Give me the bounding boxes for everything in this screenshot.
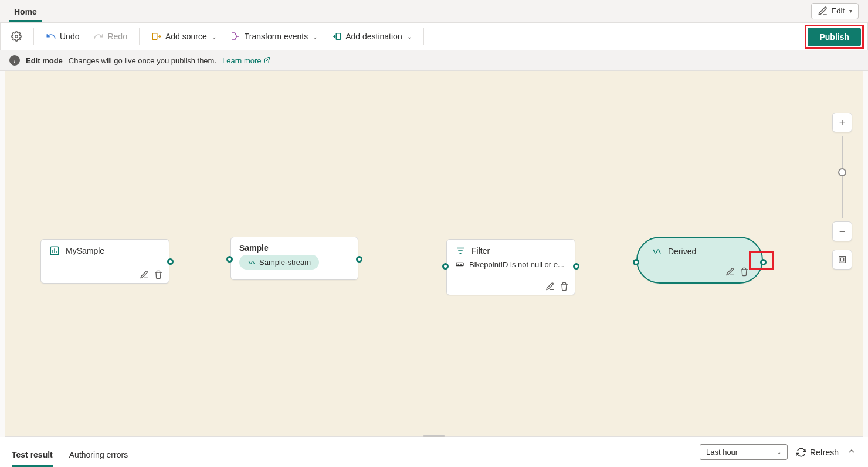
undo-label: Undo: [60, 32, 79, 41]
caret-down-icon: ▾: [849, 8, 852, 14]
add-source-icon: [151, 31, 162, 42]
chevron-down-icon: ⌄: [313, 33, 317, 40]
tab-authoring-errors[interactable]: Authoring errors: [69, 442, 128, 467]
zoom-slider[interactable]: [842, 136, 843, 218]
add-source-button[interactable]: Add source ⌄: [145, 28, 222, 45]
filter-detail: BikepointID is not null or e...: [469, 260, 564, 269]
refresh-label: Refresh: [810, 448, 839, 457]
svg-rect-6: [840, 258, 843, 261]
publish-highlight: Publish: [805, 25, 864, 49]
trash-icon[interactable]: [560, 282, 569, 291]
info-bar: i Edit mode Changes will go live once yo…: [0, 50, 868, 71]
undo-icon: [46, 31, 56, 42]
node-port-in[interactable]: [633, 259, 639, 265]
publish-button[interactable]: Publish: [808, 28, 861, 46]
zoom-handle[interactable]: [838, 168, 846, 176]
condition-icon: [455, 260, 464, 269]
time-range-value: Last hour: [706, 448, 738, 456]
add-destination-button[interactable]: Add destination ⌄: [326, 28, 418, 45]
learn-more-link[interactable]: Learn more: [222, 56, 270, 65]
redo-icon: [93, 31, 104, 42]
chart-icon: [49, 246, 60, 256]
undo-button[interactable]: Undo: [40, 28, 85, 45]
node-filter[interactable]: Filter BikepointID is not null or e...: [446, 239, 575, 295]
panel-resize-handle[interactable]: [423, 435, 445, 437]
redo-button[interactable]: Redo: [87, 28, 133, 45]
node-port-out[interactable]: [167, 258, 174, 265]
node-derived[interactable]: Derived: [636, 237, 763, 284]
node-filter-title: Filter: [472, 246, 490, 255]
node-sample[interactable]: Sample Sample-stream: [230, 237, 358, 280]
node-port-out[interactable]: [573, 263, 579, 270]
chevron-down-icon: ⌄: [212, 33, 216, 40]
add-source-label: Add source: [165, 32, 207, 41]
add-destination-icon: [331, 31, 342, 42]
zoom-controls: + −: [832, 113, 852, 270]
canvas[interactable]: MySample Sample Sample-stream: [5, 71, 863, 437]
node-derived-title: Derived: [668, 247, 696, 256]
pencil-icon: [818, 6, 828, 16]
edit-mode-label: Edit mode: [26, 56, 63, 65]
pencil-icon[interactable]: [545, 282, 555, 291]
chevron-up-icon: [847, 446, 856, 456]
edit-dropdown[interactable]: Edit ▾: [811, 3, 859, 19]
edit-label: Edit: [832, 6, 845, 15]
external-link-icon: [263, 57, 270, 64]
settings-button[interactable]: [5, 28, 28, 45]
refresh-icon: [796, 447, 806, 458]
top-tabs-row: Home Edit ▾: [0, 0, 868, 22]
fit-to-screen-button[interactable]: [832, 250, 852, 270]
transform-label: Transform events: [245, 32, 308, 41]
toolbar: Undo Redo Add source ⌄ Transform events …: [0, 22, 868, 50]
stream-pill: Sample-stream: [239, 255, 319, 270]
tab-test-result[interactable]: Test result: [12, 442, 53, 467]
svg-rect-2: [336, 33, 341, 40]
edit-mode-desc: Changes will go live once you publish th…: [69, 56, 216, 65]
time-range-select[interactable]: Last hour ⌄: [700, 444, 788, 460]
stream-icon: [247, 258, 256, 267]
bottom-panel: Test result Authoring errors Last hour ⌄…: [0, 437, 868, 467]
node-port-out[interactable]: [356, 256, 362, 263]
transform-events-button[interactable]: Transform events ⌄: [225, 28, 323, 45]
chevron-down-icon: ⌄: [407, 33, 412, 40]
add-destination-label: Add destination: [345, 32, 402, 41]
svg-rect-1: [152, 33, 157, 40]
zoom-out-button[interactable]: −: [832, 221, 852, 241]
trash-icon[interactable]: [154, 270, 163, 279]
stream-label: Sample-stream: [259, 258, 311, 267]
derived-port-highlight: [749, 251, 774, 270]
learn-more-label: Learn more: [222, 56, 261, 65]
transform-icon: [230, 31, 241, 42]
node-port-in[interactable]: [226, 256, 233, 263]
tab-home[interactable]: Home: [9, 2, 42, 22]
stream-icon: [652, 246, 662, 257]
fit-icon: [838, 255, 847, 264]
node-sample-title: Sample: [239, 243, 269, 253]
trash-icon[interactable]: [740, 267, 749, 277]
redo-label: Redo: [107, 32, 127, 41]
svg-rect-4: [456, 263, 463, 265]
pencil-icon[interactable]: [725, 267, 735, 277]
edges: [5, 71, 181, 159]
chevron-down-icon: ⌄: [777, 449, 781, 455]
info-icon: i: [9, 55, 20, 66]
filter-icon: [455, 246, 466, 256]
node-mysample[interactable]: MySample: [40, 239, 169, 284]
node-port-in[interactable]: [442, 263, 449, 270]
zoom-in-button[interactable]: +: [832, 113, 852, 132]
gear-icon: [11, 31, 22, 42]
svg-rect-5: [839, 257, 846, 263]
collapse-panel-button[interactable]: [847, 446, 856, 458]
refresh-button[interactable]: Refresh: [796, 447, 839, 458]
node-mysample-title: MySample: [66, 246, 104, 255]
pencil-icon[interactable]: [140, 270, 149, 279]
svg-point-0: [15, 35, 18, 38]
